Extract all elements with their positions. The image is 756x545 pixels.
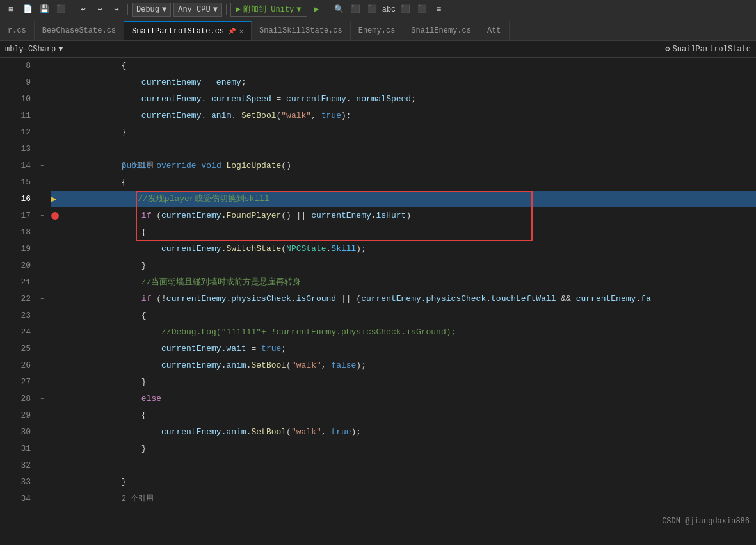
attach-label: 附加到 Unity: [243, 4, 294, 15]
code-line-27: }: [51, 374, 756, 391]
linenum-13: 13: [0, 141, 31, 158]
linenum-17: 17: [0, 207, 31, 224]
toolbar-icon-misc4[interactable]: abc: [382, 3, 396, 17]
collapse-21: [36, 274, 49, 291]
linenum-23: 23: [0, 307, 31, 324]
tab-beechasestate-label: BeeChaseState.cs: [42, 26, 116, 35]
tab-r-cs-label: r.cs: [8, 26, 26, 35]
code-line-12: }: [51, 124, 756, 141]
collapse-10: [36, 91, 49, 108]
tab-close-icon[interactable]: ✕: [239, 28, 243, 35]
code-line-26: currentEnemy.anim.SetBool("walk", false)…: [51, 357, 756, 374]
code-line-8: {: [51, 58, 756, 74]
collapse-27: [36, 374, 49, 391]
linenum-8: 8: [0, 58, 31, 74]
tab-snailskillstate[interactable]: SnailSkillState.cs: [252, 21, 351, 40]
collapse-31: [36, 441, 49, 457]
collapse-19: [36, 241, 49, 257]
code-line-14b: public override void LogicUpdate(): [51, 158, 756, 174]
toolbar-icon-misc1[interactable]: 🔍: [332, 3, 346, 17]
linenum-31: 31: [0, 441, 31, 457]
sep3: [226, 4, 227, 15]
sep2: [127, 4, 128, 15]
collapse-16: [36, 191, 49, 207]
tab-snailpartrolstate[interactable]: SnailPartrolState.cs 📌 ✕: [124, 21, 252, 40]
tab-beechasestate[interactable]: BeeChaseState.cs: [35, 21, 124, 40]
tab-enemy-label: Enemy.cs: [358, 26, 396, 35]
toolbar-icon-2[interactable]: 📄: [20, 3, 35, 17]
code-line-28: else: [51, 391, 756, 407]
toolbar-icon-redo[interactable]: ↪: [109, 3, 124, 17]
editor: 8 9 10 11 12 13 14 15 16 17 18 19 20 21 …: [0, 58, 756, 545]
breadcrumb-chevron-icon: ▼: [58, 45, 63, 54]
toolbar-icon-misc6[interactable]: ⬛: [415, 3, 430, 17]
breadcrumb-right: ⚙ SnailPartrolState: [665, 44, 751, 54]
tab-enemy[interactable]: Enemy.cs: [351, 21, 404, 40]
toolbar-icon-misc5[interactable]: ⬛: [399, 3, 413, 17]
collapse-34: [36, 491, 49, 507]
sep1: [72, 4, 72, 15]
collapse-23: [36, 307, 49, 324]
collapse-9: [36, 74, 49, 91]
debug-dropdown[interactable]: Debug ▼: [132, 3, 171, 17]
cpu-dropdown[interactable]: Any CPU ▼: [173, 3, 222, 17]
linenum-12: 12: [0, 124, 31, 141]
collapse-28[interactable]: −: [36, 391, 49, 407]
collapse-8: [36, 58, 49, 74]
linenum-24: 24: [0, 324, 31, 341]
debug-label: Debug: [136, 5, 159, 14]
code-line-16: ▶ //发现player或受伤切换到skill: [51, 191, 756, 207]
play-icon[interactable]: ▶: [310, 3, 324, 17]
toolbar-icon-1[interactable]: ⊞: [4, 3, 18, 17]
collapse-22[interactable]: −: [36, 291, 49, 307]
code-line-15: {: [51, 174, 756, 191]
linenum-18: 18: [0, 224, 31, 241]
code-line-18: {: [51, 224, 756, 241]
linenum-30: 30: [0, 424, 31, 441]
code-line-30: currentEnemy.anim.SetBool("walk", true);: [51, 424, 756, 441]
code-line-33: }: [51, 474, 756, 491]
linenum-27: 27: [0, 374, 31, 391]
code-area[interactable]: { currentEnemy = enemy; currentEnemy. cu…: [49, 58, 756, 545]
collapse-14[interactable]: −: [36, 158, 49, 174]
linenum-10: 10: [0, 91, 31, 108]
collapse-17[interactable]: −: [36, 207, 49, 224]
collapse-12: [36, 124, 49, 141]
toolbar-icon-misc7[interactable]: ≡: [432, 3, 446, 17]
attach-unity-button[interactable]: ▶ 附加到 Unity ▼: [230, 3, 307, 17]
linenum-32: 32: [0, 457, 31, 474]
linenum-21: 21: [0, 274, 31, 291]
linenum-22: 22: [0, 291, 31, 307]
toolbar-icon-save[interactable]: 💾: [37, 3, 51, 17]
assembly-label: mbly-CSharp: [5, 45, 56, 54]
collapse-24: [36, 324, 49, 341]
toolbar-icon-misc2[interactable]: ⬛: [349, 3, 363, 17]
tab-pin-icon: 📌: [228, 28, 236, 35]
linenum-33: 33: [0, 474, 31, 491]
attach-chevron-icon: ▼: [296, 5, 301, 14]
collapse-11: [36, 108, 49, 124]
tab-att[interactable]: Att: [479, 21, 510, 40]
collapse-18: [36, 224, 49, 241]
collapse-32: [36, 457, 49, 474]
code-line-21: //当面朝墙且碰到墙时或前方是悬崖再转身: [51, 274, 756, 291]
toolbar-icon-saveall[interactable]: ⬛: [54, 3, 68, 17]
toolbar-icon-misc3[interactable]: ⬛: [366, 3, 380, 17]
breadcrumb-left: mbly-CSharp ▼: [5, 45, 63, 54]
tab-r-cs[interactable]: r.cs: [0, 21, 35, 40]
linenum-15: 15: [0, 174, 31, 191]
cpu-label: Any CPU: [178, 5, 210, 14]
toolbar-icon-undo[interactable]: ↩: [76, 3, 90, 17]
code-line-22: if (!currentEnemy.physicsCheck.isGround …: [51, 291, 756, 307]
collapse-30: [36, 424, 49, 441]
code-line-31: }: [51, 441, 756, 457]
toolbar-icon-undo2[interactable]: ↩: [93, 3, 107, 17]
linenum-34: 34: [0, 491, 31, 507]
code-line-24: //Debug.Log("111111"+ !currentEnemy.phys…: [51, 324, 756, 341]
linenum-19: 19: [0, 241, 31, 257]
tab-snailpartrolstate-label: SnailPartrolState.cs: [132, 27, 224, 36]
tab-snailenemy[interactable]: SnailEnemy.cs: [403, 21, 479, 40]
linenum-28: 28: [0, 391, 31, 407]
collapse-33: [36, 474, 49, 491]
toolbar: ⊞ 📄 💾 ⬛ ↩ ↩ ↪ Debug ▼ Any CPU ▼ ▶ 附加到 Un…: [0, 0, 756, 19]
